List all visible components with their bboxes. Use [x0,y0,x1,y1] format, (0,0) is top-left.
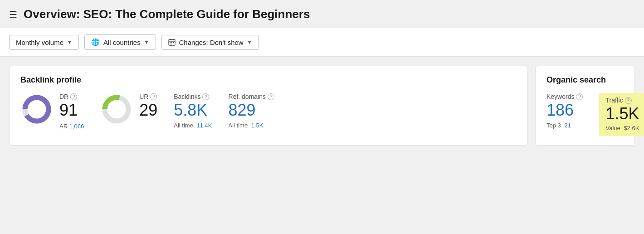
dr-help-icon[interactable]: ? [70,93,77,100]
ref-domains-metric: Ref. domains ? 829 All time 1.5K [229,93,274,129]
all-countries-label: All countries [103,39,141,46]
traffic-sub-value: $2.6K [624,125,639,132]
ref-domains-sub: All time 1.5K [229,122,274,129]
calendar-icon [168,39,176,46]
chevron-down-icon: ▼ [67,39,72,45]
keywords-top3-value[interactable]: 21 [564,122,571,129]
content-area: Backlink profile DR ? [0,57,644,155]
backlinks-label: Backlinks ? [174,93,212,100]
svg-rect-8 [171,44,172,44]
ref-domains-help-icon[interactable]: ? [268,93,274,100]
dr-label: DR ? [59,93,84,100]
backlink-profile-card: Backlink profile DR ? [9,66,528,146]
traffic-value: 1.5K [605,105,643,123]
svg-rect-4 [170,42,171,43]
ref-domains-value: 829 [229,101,274,119]
traffic-sub: Value $2.6K [605,125,643,132]
traffic-label: Traffic ? [605,97,643,104]
ur-label: UR ? [139,93,157,100]
svg-rect-5 [171,42,172,43]
dr-metric-info: DR ? 91 AR 1,066 [59,93,84,130]
backlinks-sub: All time 11.4K [174,122,212,129]
keywords-help-icon[interactable]: ? [576,93,583,100]
changes-dropdown[interactable]: Changes: Don't show ▼ [161,35,259,50]
globe-icon: 🌐 [91,38,100,46]
monthly-volume-label: Monthly volume [16,39,63,46]
keywords-label: Keywords ? [546,93,583,100]
ar-value[interactable]: 1,066 [69,123,84,130]
page-title: Overview: SEO: The Complete Guide for Be… [24,7,310,21]
monthly-volume-dropdown[interactable]: Monthly volume ▼ [9,35,79,50]
chevron-down-icon-3: ▼ [247,39,252,45]
ref-domains-label: Ref. domains ? [229,93,274,100]
hamburger-icon[interactable]: ☰ [9,9,17,20]
keywords-value: 186 [546,101,583,119]
dr-metric-group: DR ? 91 AR 1,066 [20,93,84,130]
traffic-metric: Traffic ? 1.5K Value $2.6K [599,93,644,136]
header: ☰ Overview: SEO: The Complete Guide for … [0,0,644,28]
toolbar: Monthly volume ▼ 🌐 All countries ▼ Chang… [0,28,644,57]
organic-metrics-row: Keywords ? 186 Top 3 21 Traffic ? 1.5K V… [546,93,624,136]
backlinks-alltime-value[interactable]: 11.4K [197,122,212,129]
ur-help-icon[interactable]: ? [150,93,157,100]
keywords-sub: Top 3 21 [546,122,583,129]
dr-donut-chart [20,93,53,126]
ar-row: AR 1,066 [59,123,84,130]
all-countries-dropdown[interactable]: 🌐 All countries ▼ [84,34,156,50]
changes-label: Changes: Don't show [179,39,244,46]
backlinks-help-icon[interactable]: ? [202,93,209,100]
backlink-profile-title: Backlink profile [20,75,517,85]
keywords-metric: Keywords ? 186 Top 3 21 [546,93,583,129]
svg-rect-6 [173,42,174,43]
backlinks-metric: Backlinks ? 5.8K All time 11.4K [174,93,212,129]
chevron-down-icon-2: ▼ [144,39,149,45]
organic-search-card: Organic search Keywords ? 186 Top 3 21 T… [535,66,635,146]
traffic-help-icon[interactable]: ? [625,97,632,104]
dr-value: 91 [59,101,84,119]
svg-point-10 [25,98,49,121]
backlink-metrics-row: DR ? 91 AR 1,066 [20,93,517,130]
ref-domains-alltime-value[interactable]: 1.5K [251,122,263,129]
ur-donut-chart [100,93,133,126]
ur-metric-group: UR ? 29 [100,93,157,126]
ur-value: 29 [139,101,157,119]
backlinks-value: 5.8K [174,101,212,119]
organic-search-title: Organic search [546,75,624,85]
ur-metric-info: UR ? 29 [139,93,157,119]
svg-rect-7 [170,44,171,44]
